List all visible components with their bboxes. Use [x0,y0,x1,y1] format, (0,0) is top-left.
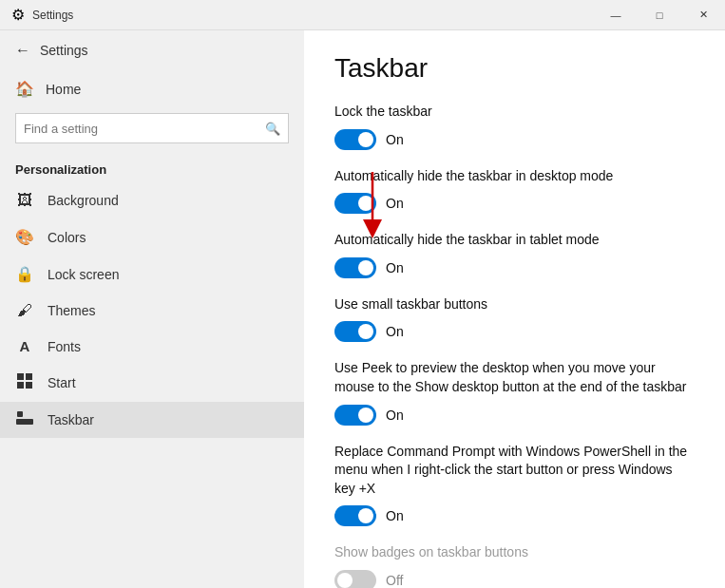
background-icon: 🖼 [15,192,34,209]
setting-auto-hide-tablet-label: Automatically hide the taskbar in tablet… [334,231,695,250]
toggle-thumb-7 [337,573,353,588]
minimize-button[interactable]: — [594,0,638,30]
lock-screen-icon: 🔒 [15,265,34,283]
main-panel: Taskbar Lock the taskbar On Automaticall… [304,30,725,588]
setting-small-buttons-label: Use small taskbar buttons [334,295,695,314]
toggle-row-auto-hide-tablet: On [334,257,695,278]
toggle-thumb-6 [358,508,373,523]
toggle-badges[interactable] [334,570,376,588]
sidebar-item-fonts-label: Fonts [48,339,81,354]
section-label: Personalization [0,155,304,182]
setting-auto-hide-desktop-label: Automatically hide the taskbar in deskto… [334,167,695,186]
page-title: Taskbar [334,53,695,84]
toggle-row-lock-taskbar: On [334,129,695,150]
sidebar-item-taskbar-label: Taskbar [48,412,94,427]
setting-powershell: Replace Command Prompt with Windows Powe… [334,443,695,527]
setting-peek: Use Peek to preview the desktop when you… [334,359,695,425]
home-icon: 🏠 [15,80,34,98]
toggle-state-peek: On [386,408,404,423]
setting-lock-taskbar-label: Lock the taskbar [334,103,695,122]
sidebar-item-lock-screen-label: Lock screen [48,267,119,282]
sidebar-app-title: Settings [40,43,88,58]
setting-badges: Show badges on taskbar buttons Off [334,543,695,588]
sidebar: ← Settings 🏠 Home 🔍 Personalization 🖼 Ba… [0,30,304,588]
toggle-powershell[interactable] [334,505,376,526]
sidebar-item-fonts[interactable]: A Fonts [0,329,304,364]
toggle-state-powershell: On [386,508,404,523]
toggle-lock-taskbar[interactable] [334,129,376,150]
svg-rect-5 [17,411,23,417]
sidebar-item-colors-label: Colors [48,230,86,245]
svg-rect-1 [26,373,32,380]
close-button[interactable]: ✕ [681,0,725,30]
sidebar-item-taskbar[interactable]: Taskbar [0,402,304,438]
toggle-thumb [358,132,373,147]
toggle-state-lock-taskbar: On [386,132,404,147]
setting-small-buttons: Use small taskbar buttons On [334,295,695,343]
app-body: ← Settings 🏠 Home 🔍 Personalization 🖼 Ba… [0,30,725,588]
colors-icon: 🎨 [15,228,34,246]
svg-rect-0 [17,373,24,380]
svg-rect-2 [17,382,24,389]
taskbar-nav-icon [15,411,34,428]
toggle-state-small-buttons: On [386,324,404,339]
search-box[interactable]: 🔍 [15,113,289,143]
toggle-thumb-2 [358,196,373,211]
sidebar-item-lock-screen[interactable]: 🔒 Lock screen [0,256,304,293]
sidebar-item-start-label: Start [48,375,76,390]
toggle-state-auto-hide-tablet: On [386,260,404,275]
setting-badges-label: Show badges on taskbar buttons [334,543,695,562]
toggle-state-auto-hide-desktop: On [386,196,404,211]
setting-powershell-label: Replace Command Prompt with Windows Powe… [334,443,695,499]
toggle-state-badges: Off [386,573,403,588]
sidebar-item-background[interactable]: 🖼 Background [0,182,304,218]
search-input[interactable] [24,122,259,136]
sidebar-home-item[interactable]: 🏠 Home [0,70,304,107]
toggle-thumb-3 [358,260,373,275]
themes-icon: 🖌 [15,302,34,319]
titlebar-controls: — □ ✕ [594,0,725,30]
toggle-row-small-buttons: On [334,321,695,342]
setting-auto-hide-desktop: Automatically hide the taskbar in deskto… [334,167,695,215]
toggle-row-powershell: On [334,505,695,526]
titlebar-title: Settings [32,9,73,22]
toggle-row-auto-hide-desktop: On [334,193,695,214]
fonts-icon: A [15,338,34,354]
svg-rect-3 [26,382,32,389]
toggle-small-buttons[interactable] [334,321,376,342]
sidebar-item-background-label: Background [48,193,119,208]
sidebar-item-start[interactable]: Start [0,364,304,402]
sidebar-home-label: Home [46,82,81,97]
sidebar-item-themes[interactable]: 🖌 Themes [0,293,304,329]
setting-peek-label: Use Peek to preview the desktop when you… [334,359,695,396]
sidebar-item-themes-label: Themes [48,303,96,318]
toggle-auto-hide-tablet[interactable] [334,257,376,278]
app-icon: ⚙ [11,6,25,24]
toggle-peek[interactable] [334,405,376,426]
svg-rect-4 [16,419,33,425]
start-icon [15,373,34,392]
setting-lock-taskbar: Lock the taskbar On [334,103,695,150]
sidebar-item-colors[interactable]: 🎨 Colors [0,218,304,256]
toggle-row-badges: Off [334,570,695,588]
toggle-row-peek: On [334,405,695,426]
titlebar: ⚙ Settings — □ ✕ [0,0,725,30]
toggle-thumb-4 [358,324,373,339]
toggle-auto-hide-desktop[interactable] [334,193,376,214]
titlebar-left: ⚙ Settings [11,6,73,24]
sidebar-header[interactable]: ← Settings [0,30,304,70]
toggle-thumb-5 [358,408,373,423]
search-icon: 🔍 [265,122,280,136]
back-icon: ← [15,42,30,59]
setting-auto-hide-tablet: Automatically hide the taskbar in tablet… [334,231,695,278]
maximize-button[interactable]: □ [638,0,681,30]
